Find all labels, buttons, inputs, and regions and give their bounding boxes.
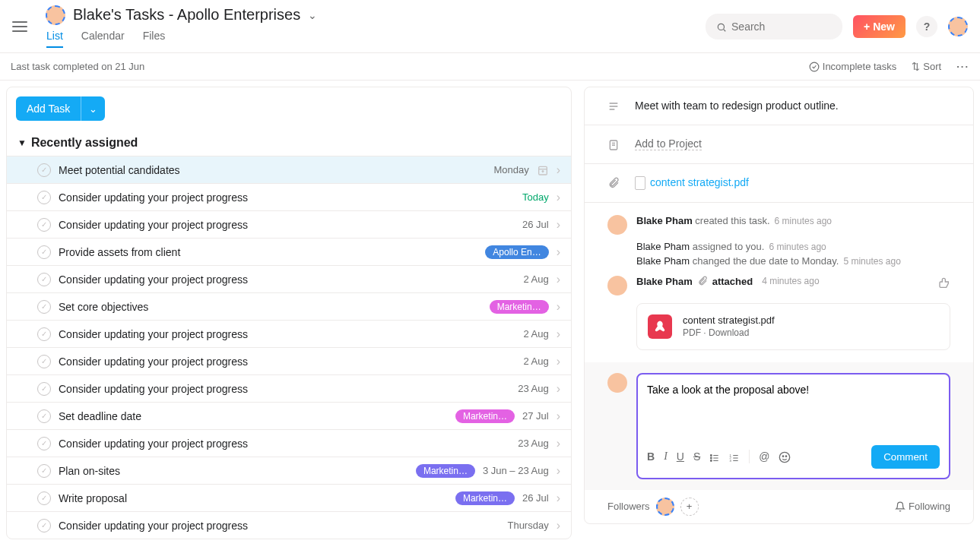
svg-point-13 [711,457,712,459]
task-name: Write proposal [59,492,455,504]
task-row[interactable]: Consider updating your project progress2… [7,210,571,238]
chevron-right-icon: › [557,437,560,450]
task-complete-checkbox[interactable] [37,191,51,204]
task-complete-checkbox[interactable] [37,245,51,259]
user-avatar[interactable] [948,17,968,36]
comment-input[interactable] [647,384,940,437]
task-date: 2 Aug [523,273,548,285]
task-date: Today [522,191,549,203]
task-row[interactable]: Consider updating your project progress2… [7,265,571,292]
task-name: Consider updating your project progress [59,356,523,368]
comment-button[interactable]: Comment [871,445,940,469]
svg-line-1 [724,29,726,31]
task-row[interactable]: Provide assets from clientApollo En…› [7,238,571,265]
task-complete-checkbox[interactable] [37,491,51,505]
add-follower-button[interactable]: + [680,498,699,516]
new-button[interactable]: +New [853,15,905,38]
followers-label: Followers [607,501,650,512]
task-complete-checkbox[interactable] [37,327,51,341]
chevron-right-icon: › [557,273,560,286]
help-button[interactable]: ? [916,16,937,37]
add-task-button[interactable]: Add Task [16,96,81,121]
menu-icon[interactable] [12,21,27,32]
task-complete-checkbox[interactable] [37,273,51,286]
task-complete-checkbox[interactable] [37,519,51,532]
more-icon[interactable]: ··· [956,61,969,72]
task-row[interactable]: Meet potential candidatesMonday› [7,156,571,183]
page-title: Blake's Tasks - Apollo Enterprises [73,6,300,24]
task-row[interactable]: Consider updating your project progress2… [7,320,571,347]
task-name: Consider updating your project progress [59,438,518,450]
task-complete-checkbox[interactable] [37,355,51,368]
task-date: Monday [493,164,528,175]
task-complete-checkbox[interactable] [37,464,51,478]
description-icon [607,100,621,112]
filter-incomplete[interactable]: Incomplete tasks [809,61,897,72]
task-complete-checkbox[interactable] [37,218,51,232]
add-task-dropdown[interactable]: ⌄ [81,96,105,121]
file-icon [635,176,645,190]
sort-button[interactable]: ⇅Sort [912,61,941,72]
task-row[interactable]: Set core objectivesMarketin…› [7,292,571,320]
task-complete-checkbox[interactable] [37,382,51,396]
task-row[interactable]: Consider updating your project progressT… [7,183,571,210]
task-row[interactable]: Write proposalMarketin…26 Jul› [7,484,571,511]
task-tag[interactable]: Marketin… [416,464,475,478]
task-tag[interactable]: Marketin… [490,300,549,314]
last-completed-text: Last task completed on 21 Jun [11,61,809,72]
italic-icon[interactable]: I [664,450,668,463]
tab-files[interactable]: Files [143,30,166,48]
chevron-right-icon: › [557,327,560,341]
emoji-icon[interactable] [779,450,791,463]
attachment-card[interactable]: content strategist.pdf PDF · Download [636,303,950,350]
attachment-icon [697,276,708,286]
task-tag[interactable]: Marketin… [455,409,515,423]
follower-avatar[interactable] [656,498,674,516]
svg-point-23 [780,452,790,462]
task-complete-checkbox[interactable] [37,300,51,314]
chevron-right-icon: › [557,464,560,478]
project-icon [607,137,621,150]
task-date: 2 Aug [523,356,548,367]
add-to-project-link[interactable]: Add to Project [635,137,702,150]
task-name: Set deadline date [59,410,455,422]
task-tag[interactable]: Marketin… [455,491,515,505]
schedule-icon[interactable] [537,163,549,176]
task-complete-checkbox[interactable] [37,437,51,450]
task-date: 3 Jun – 23 Aug [483,465,549,476]
chevron-right-icon: › [557,245,560,259]
like-icon[interactable] [938,276,950,289]
task-complete-checkbox[interactable] [37,163,51,177]
chevron-right-icon: › [557,163,560,177]
task-name: Consider updating your project progress [59,520,507,532]
task-row[interactable]: Consider updating your project progressT… [7,511,571,539]
attachment-meta: PDF · Download [683,327,775,338]
chevron-down-icon[interactable]: ⌄ [308,9,317,21]
following-toggle[interactable]: Following [895,501,950,512]
numbered-list-icon[interactable]: 123 [729,450,740,463]
svg-point-24 [783,456,784,457]
tab-calendar[interactable]: Calendar [81,30,125,48]
mention-icon[interactable]: @ [759,450,769,463]
avatar [607,373,627,393]
attachment-link[interactable]: content strategist.pdf [650,176,749,188]
task-complete-checkbox[interactable] [37,409,51,423]
comment-box[interactable]: B I U S 123 @ [636,373,950,479]
search-input[interactable] [731,21,832,33]
task-row[interactable]: Consider updating your project progress2… [7,374,571,402]
task-tag[interactable]: Apollo En… [485,245,548,259]
section-header[interactable]: ▼ Recently assigned [7,130,571,156]
task-row[interactable]: Plan on-sitesMarketin…3 Jun – 23 Aug› [7,457,571,484]
strikethrough-icon[interactable]: S [693,450,700,463]
bullet-list-icon[interactable] [709,450,720,463]
task-date: 23 Aug [518,383,549,394]
task-row[interactable]: Set deadline dateMarketin…27 Jul› [7,402,571,429]
search-box[interactable] [706,14,842,40]
task-row[interactable]: Consider updating your project progress2… [7,429,571,457]
underline-icon[interactable]: U [677,450,684,463]
tab-list[interactable]: List [46,30,63,48]
chevron-right-icon: › [557,491,560,505]
avatar [607,276,627,295]
bold-icon[interactable]: B [647,450,655,463]
task-row[interactable]: Consider updating your project progress2… [7,347,571,374]
